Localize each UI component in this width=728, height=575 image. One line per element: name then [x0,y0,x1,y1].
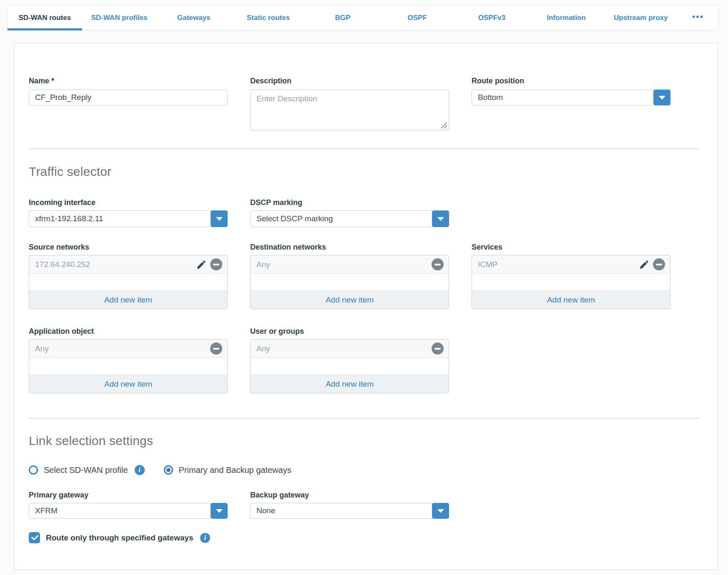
application-object-box: Any Add new item [29,339,228,393]
dscp-marking-dropdown-button[interactable] [432,210,449,227]
incoming-interface-select[interactable]: xfrm1-192.168.2.11 [29,210,228,227]
remove-icon[interactable] [653,258,665,270]
list-item: ICMP [472,255,670,274]
list-item-text: 172.64.240.252 [35,260,196,269]
route-position-dropdown-button[interactable] [653,90,670,105]
add-new-item-button[interactable]: Add new item [472,290,670,309]
application-object-label: Application object [29,327,228,336]
add-new-item-button[interactable]: Add new item [29,290,227,309]
tab-ospf[interactable]: OSPF [380,5,454,30]
description-field-group: Description [250,77,449,132]
backup-gateway-dropdown-button[interactable] [432,503,449,519]
add-new-item-button[interactable]: Add new item [251,375,449,393]
radio-select-sdwan-profile[interactable]: Select SD-WAN profile i [29,465,145,475]
chevron-down-icon [659,96,665,100]
source-networks-label: Source networks [29,243,228,252]
remove-icon[interactable] [432,258,444,270]
chevron-down-icon [216,509,223,513]
application-object-field-group: Application object Any Add new item [29,327,228,393]
tab-information[interactable]: Information [529,5,604,30]
sdwan-route-form-card: Name * Description Route position Bottom… [14,43,718,570]
list-item-text: Any [256,260,432,269]
backup-gateway-select[interactable]: None [250,503,449,519]
services-label: Services [472,243,670,252]
tab-sdwan-profiles[interactable]: SD-WAN profiles [82,5,157,30]
services-field-group: Services ICMP Add new item [472,243,670,309]
source-networks-box: 172.64.240.252 Add new item [29,255,228,309]
route-position-field-group: Route position Bottom [472,77,670,132]
primary-gateway-value: XFRM [29,506,211,515]
remove-icon[interactable] [432,342,444,355]
user-or-groups-field-group: User or groups Any Add new item [250,327,449,393]
backup-gateway-field-group: Backup gateway None [250,491,449,519]
tab-static-routes[interactable]: Static routes [231,5,306,30]
name-field-group: Name * [29,77,228,132]
tab-ospfv3[interactable]: OSPFv3 [454,5,529,30]
description-textarea[interactable] [250,90,449,130]
list-item: Any [29,340,227,358]
backup-gateway-value: None [251,506,432,515]
incoming-interface-value: xfrm1-192.168.2.11 [29,214,211,223]
destination-networks-field-group: Destination networks Any Add new item [250,243,449,309]
list-item: 172.64.240.252 [29,255,227,274]
remove-icon[interactable] [210,342,222,355]
info-icon[interactable]: i [135,465,145,475]
required-asterisk: * [51,77,54,85]
dscp-marking-value: Select DSCP marking [251,214,432,223]
tab-bar: SD-WAN routes SD-WAN profiles Gateways S… [7,5,718,30]
dscp-marking-select[interactable]: Select DSCP marking [250,210,449,227]
primary-gateway-label: Primary gateway [29,491,228,500]
more-tabs-button[interactable]: ••• [678,5,718,30]
dscp-marking-label: DSCP marking [250,198,449,207]
chevron-down-icon [437,217,444,221]
radio-button-icon[interactable] [29,465,38,475]
destination-networks-label: Destination networks [250,243,449,252]
incoming-interface-dropdown-button[interactable] [211,210,228,227]
list-item-text: Any [256,344,432,353]
section-divider [29,418,699,419]
services-box: ICMP Add new item [472,255,670,309]
name-input[interactable] [29,90,228,105]
tab-upstream-proxy[interactable]: Upstream proxy [603,5,678,30]
link-selection-heading: Link selection settings [29,434,718,448]
route-position-select[interactable]: Bottom [472,90,670,105]
edit-icon[interactable] [196,259,207,270]
list-item-text: Any [35,344,210,353]
route-only-checkbox-label: Route only through specified gateways [46,533,193,542]
primary-gateway-dropdown-button[interactable] [211,503,228,519]
route-only-checkbox[interactable] [29,532,40,543]
radio-primary-backup-gateways-label: Primary and Backup gateways [179,465,291,475]
name-label: Name * [29,77,228,85]
incoming-interface-field-group: Incoming interface xfrm1-192.168.2.11 [29,198,228,227]
chevron-down-icon [437,509,444,513]
primary-gateway-field-group: Primary gateway XFRM [29,491,228,519]
list-item: Any [251,255,449,274]
incoming-interface-label: Incoming interface [29,198,228,207]
user-or-groups-box: Any Add new item [250,339,449,393]
tab-sdwan-routes[interactable]: SD-WAN routes [8,5,82,30]
tab-bgp[interactable]: BGP [306,5,380,30]
info-icon[interactable]: i [200,533,210,543]
source-networks-field-group: Source networks 172.64.240.252 Add new i… [29,243,228,309]
destination-networks-box: Any Add new item [250,255,449,309]
route-position-label: Route position [472,77,670,85]
more-tabs-icon: ••• [692,15,704,19]
tab-gateways[interactable]: Gateways [156,5,231,30]
edit-icon[interactable] [639,259,650,270]
backup-gateway-label: Backup gateway [250,491,449,500]
primary-gateway-select[interactable]: XFRM [29,503,228,519]
add-new-item-button[interactable]: Add new item [251,290,449,309]
user-or-groups-label: User or groups [250,327,449,336]
section-divider [29,148,699,149]
route-position-value: Bottom [472,93,653,102]
radio-select-sdwan-profile-label: Select SD-WAN profile [44,465,128,475]
remove-icon[interactable] [210,258,222,270]
chevron-down-icon [216,217,223,221]
radio-button-selected-icon[interactable] [164,465,173,475]
add-new-item-button[interactable]: Add new item [29,375,227,393]
description-label: Description [250,77,449,85]
list-item-text: ICMP [478,260,639,269]
traffic-selector-heading: Traffic selector [29,165,718,179]
radio-primary-backup-gateways[interactable]: Primary and Backup gateways [164,465,291,475]
list-item: Any [251,340,449,358]
